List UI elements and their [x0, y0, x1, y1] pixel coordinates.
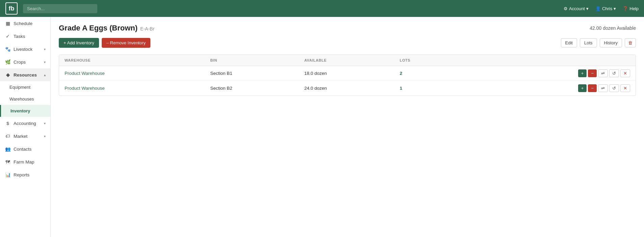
- sidebar-label-crops: Crops: [14, 60, 26, 65]
- sidebar-item-accounting[interactable]: $ Accounting ▾: [0, 117, 50, 130]
- undo-row-button[interactable]: ↺: [609, 84, 619, 92]
- sidebar-label-resources: Resources: [14, 72, 37, 78]
- sidebar: ▦ Schedule ✓ Tasks 🐾 Livestock ▾ 🌿 Crops…: [0, 17, 51, 237]
- livestock-chevron-icon: ▾: [44, 47, 46, 51]
- accounting-chevron-icon: ▾: [44, 122, 46, 125]
- sidebar-item-contacts[interactable]: 👥 Contacts: [0, 143, 50, 155]
- user-chevron-icon: ▾: [614, 6, 616, 11]
- sidebar-label-market: Market: [14, 134, 27, 139]
- cube-icon: ◈: [5, 72, 11, 78]
- lots-cell[interactable]: 1: [394, 81, 456, 96]
- sidebar-item-livestock[interactable]: 🐾 Livestock ▾: [0, 43, 50, 56]
- page-title-group: Grade A Eggs (Brown) E-A-Br: [59, 24, 154, 33]
- sidebar-item-farm-map[interactable]: 🗺 Farm Map: [0, 155, 50, 168]
- transfer-row-button[interactable]: ⇌: [598, 69, 608, 77]
- history-button[interactable]: History: [600, 38, 622, 47]
- account-button[interactable]: ⚙ Account ▾: [564, 6, 589, 11]
- help-button[interactable]: ❓ Help: [623, 6, 639, 11]
- undo-row-button[interactable]: ↺: [609, 69, 619, 77]
- add-row-button[interactable]: +: [578, 69, 587, 77]
- market-chevron-icon: ▾: [44, 134, 46, 138]
- add-inventory-button[interactable]: + Add Inventory: [59, 38, 99, 48]
- page-header: Grade A Eggs (Brown) E-A-Br 42.00 dozen …: [59, 24, 636, 33]
- inventory-table: WAREHOUSE BIN AVAILABLE LOTS Product War…: [59, 55, 636, 96]
- sidebar-label-tasks: Tasks: [14, 34, 25, 39]
- table-row: Product Warehouse Section B2 24.0 dozen …: [59, 81, 636, 96]
- sidebar-item-warehouses[interactable]: Warehouses: [0, 93, 50, 105]
- gear-icon: ⚙: [564, 6, 568, 11]
- sidebar-label-farm-map: Farm Map: [14, 159, 34, 165]
- account-chevron-icon: ▾: [586, 6, 589, 11]
- main-content-area: Grade A Eggs (Brown) E-A-Br 42.00 dozen …: [51, 17, 644, 237]
- sidebar-item-market[interactable]: 🏷 Market ▾: [0, 130, 50, 143]
- warehouse-cell[interactable]: Product Warehouse: [59, 81, 205, 96]
- sidebar-item-schedule[interactable]: ▦ Schedule: [0, 17, 50, 30]
- sidebar-label-inventory: Inventory: [10, 108, 30, 113]
- sidebar-label-equipment: Equipment: [9, 85, 30, 90]
- available-cell: 18.0 dozen: [299, 66, 394, 81]
- page-title: Grade A Eggs (Brown): [59, 24, 138, 33]
- calendar-icon: ▦: [5, 20, 11, 26]
- sidebar-label-schedule: Schedule: [14, 21, 32, 26]
- actions-cell: + − ⇌ ↺ ✕: [456, 66, 636, 81]
- delete-button[interactable]: 🗑: [625, 38, 636, 47]
- table-header-row: WAREHOUSE BIN AVAILABLE LOTS: [59, 55, 636, 66]
- help-icon: ❓: [623, 6, 628, 11]
- table-row: Product Warehouse Section B1 18.0 dozen …: [59, 66, 636, 81]
- check-circle-icon: ✓: [5, 33, 11, 39]
- col-warehouse: WAREHOUSE: [59, 55, 205, 66]
- search-input[interactable]: [23, 4, 97, 13]
- col-lots: LOTS: [394, 55, 456, 66]
- account-label: Account: [569, 6, 585, 11]
- sidebar-item-resources[interactable]: ◈ Resources ▴: [0, 68, 50, 81]
- tag-icon: 🏷: [5, 133, 11, 139]
- user-label: Chris: [602, 6, 612, 11]
- edit-button[interactable]: Edit: [561, 38, 577, 47]
- bin-cell: Section B2: [205, 81, 299, 96]
- topnav: fb ⚙ Account ▾ 👤 Chris ▾ ❓ Help: [0, 0, 644, 17]
- page-code: E-A-Br: [140, 26, 154, 31]
- sidebar-label-accounting: Accounting: [14, 121, 36, 126]
- actions-cell: + − ⇌ ↺ ✕: [456, 81, 636, 96]
- lots-button[interactable]: Lots: [580, 38, 597, 47]
- users-icon: 👥: [5, 146, 11, 152]
- map-icon: 🗺: [5, 159, 11, 165]
- sidebar-item-crops[interactable]: 🌿 Crops ▾: [0, 56, 50, 68]
- sidebar-label-reports: Reports: [14, 172, 29, 177]
- transfer-row-button[interactable]: ⇌: [598, 84, 608, 92]
- user-button[interactable]: 👤 Chris ▾: [595, 6, 616, 11]
- add-row-button[interactable]: +: [578, 84, 587, 92]
- bin-cell: Section B1: [205, 66, 299, 81]
- close-row-button[interactable]: ✕: [620, 69, 630, 77]
- available-cell: 24.0 dozen: [299, 81, 394, 96]
- sidebar-label-warehouses: Warehouses: [9, 96, 34, 102]
- paw-icon: 🐾: [5, 46, 11, 52]
- col-actions: [456, 55, 636, 66]
- dollar-icon: $: [5, 120, 11, 126]
- warehouse-cell[interactable]: Product Warehouse: [59, 66, 205, 81]
- sidebar-item-inventory[interactable]: Inventory: [0, 105, 50, 117]
- remove-row-button[interactable]: −: [588, 84, 597, 92]
- close-row-button[interactable]: ✕: [620, 84, 630, 92]
- col-available: AVAILABLE: [299, 55, 394, 66]
- toolbar: + Add Inventory – Remove Inventory Edit …: [59, 38, 636, 48]
- chart-icon: 📊: [5, 172, 11, 178]
- remove-row-button[interactable]: −: [588, 69, 597, 77]
- user-icon: 👤: [595, 6, 601, 11]
- sidebar-item-reports[interactable]: 📊 Reports: [0, 168, 50, 181]
- sidebar-label-livestock: Livestock: [14, 47, 32, 52]
- available-quantity: 42.00 dozen Available: [590, 25, 636, 31]
- lots-cell[interactable]: 2: [394, 66, 456, 81]
- trash-icon: 🗑: [628, 40, 633, 45]
- resources-chevron-icon: ▴: [44, 73, 46, 77]
- help-label: Help: [629, 6, 639, 11]
- col-bin: BIN: [205, 55, 299, 66]
- remove-inventory-button[interactable]: – Remove Inventory: [102, 38, 150, 48]
- sidebar-label-contacts: Contacts: [14, 147, 31, 152]
- sidebar-item-equipment[interactable]: Equipment: [0, 81, 50, 93]
- crops-chevron-icon: ▾: [44, 60, 46, 64]
- sidebar-item-tasks[interactable]: ✓ Tasks: [0, 30, 50, 43]
- leaf-icon: 🌿: [5, 59, 11, 65]
- topnav-right: ⚙ Account ▾ 👤 Chris ▾ ❓ Help: [564, 6, 639, 11]
- app-logo[interactable]: fb: [5, 2, 18, 15]
